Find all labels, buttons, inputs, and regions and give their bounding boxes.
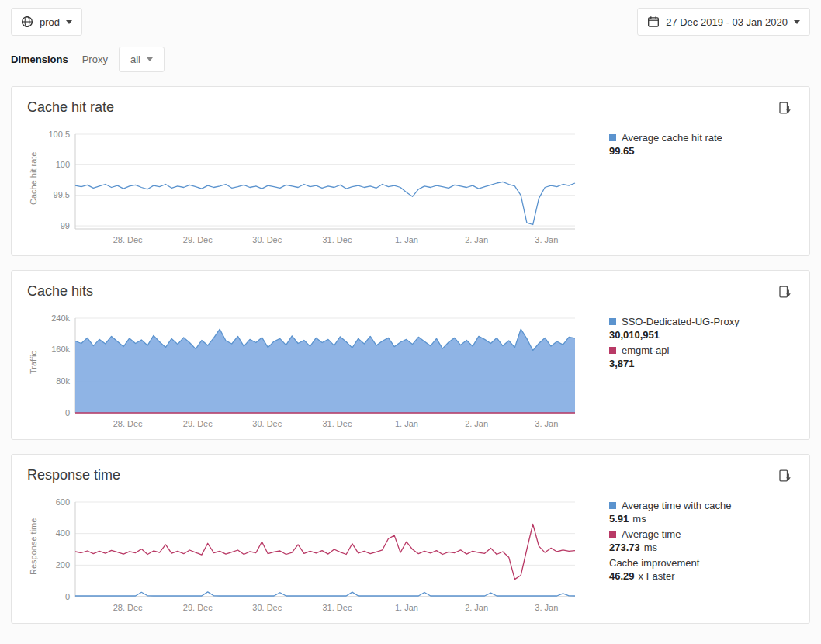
dimensions-label: Dimensions	[11, 54, 68, 65]
export-report-button[interactable]	[776, 467, 794, 485]
legend-item: SSO-Dedicated-UG-Proxy30,010,951	[609, 315, 764, 341]
export-report-button[interactable]	[776, 283, 794, 301]
y-axis-title: Response time	[27, 499, 40, 594]
caret-down-icon	[794, 20, 800, 24]
chart-legend: SSO-Dedicated-UG-Proxy30,010,951emgmt-ap…	[609, 312, 764, 431]
legend-swatch	[609, 347, 616, 354]
svg-text:100.5: 100.5	[48, 130, 70, 139]
svg-text:1. Jan: 1. Jan	[395, 419, 418, 428]
legend-item: Cache improvement46.29x Faster	[609, 556, 764, 583]
globe-icon	[21, 16, 33, 28]
legend-item: emgmt-api3,871	[609, 344, 764, 370]
svg-text:0: 0	[65, 592, 70, 601]
cache-hits-chart[interactable]: 080k160k240k28. Dec29. Dec30. Dec31. Dec…	[40, 312, 583, 431]
legend-label: emgmt-api	[622, 344, 669, 357]
legend-label: Average time with cache	[622, 499, 731, 512]
svg-text:0: 0	[65, 408, 70, 417]
svg-text:28. Dec: 28. Dec	[113, 603, 143, 612]
response-time-card: Response time Response time 020040060028…	[11, 454, 810, 624]
svg-text:2. Jan: 2. Jan	[465, 419, 488, 428]
svg-text:29. Dec: 29. Dec	[183, 603, 213, 612]
svg-text:31. Dec: 31. Dec	[322, 603, 352, 612]
dimensions-bar: Dimensions Proxy all	[11, 47, 810, 72]
svg-text:80k: 80k	[56, 376, 70, 386]
cache-hits-card: Cache hits Traffic 080k160k240k28. Dec29…	[11, 270, 810, 440]
legend-label: Cache improvement	[609, 556, 699, 570]
legend-swatch	[609, 134, 616, 141]
y-axis-title: Cache hit rate	[27, 131, 40, 226]
svg-text:240k: 240k	[51, 313, 70, 323]
response-time-chart[interactable]: 020040060028. Dec29. Dec30. Dec31. Dec1.…	[40, 496, 583, 615]
svg-text:2. Jan: 2. Jan	[465, 235, 488, 244]
svg-text:3. Jan: 3. Jan	[535, 603, 558, 612]
legend-value: 30,010,951	[609, 328, 764, 341]
legend-label: SSO-Dedicated-UG-Proxy	[622, 315, 740, 328]
svg-text:30. Dec: 30. Dec	[252, 235, 282, 244]
legend-item: Average time with cache5.91ms	[609, 499, 764, 525]
legend-label: Average time	[622, 528, 681, 541]
svg-text:99: 99	[61, 221, 70, 230]
date-range-picker[interactable]: 27 Dec 2019 - 03 Jan 2020	[637, 8, 810, 36]
legend-swatch	[609, 502, 616, 509]
svg-text:28. Dec: 28. Dec	[113, 419, 143, 428]
svg-text:600: 600	[56, 497, 70, 507]
legend-swatch	[609, 531, 616, 538]
svg-text:31. Dec: 31. Dec	[322, 419, 352, 428]
svg-text:200: 200	[56, 560, 70, 570]
svg-text:160k: 160k	[51, 345, 70, 354]
card-title: Cache hit rate	[27, 99, 114, 116]
dimension-value-label: all	[130, 54, 140, 65]
chart-legend: Average time with cache5.91msAverage tim…	[609, 496, 764, 615]
legend-value: 46.29x Faster	[609, 570, 764, 583]
svg-text:3. Jan: 3. Jan	[535, 235, 558, 244]
legend-value: 99.65	[609, 144, 764, 158]
legend-value: 273.73ms	[609, 541, 764, 554]
svg-text:31. Dec: 31. Dec	[322, 235, 352, 244]
svg-text:29. Dec: 29. Dec	[183, 419, 213, 428]
cache-hit-rate-chart[interactable]: 9999.5100100.528. Dec29. Dec30. Dec31. D…	[40, 128, 583, 248]
legend-label: Average cache hit rate	[622, 131, 722, 144]
caret-down-icon	[66, 20, 72, 24]
card-title: Cache hits	[27, 283, 93, 299]
svg-text:30. Dec: 30. Dec	[252, 419, 282, 428]
export-report-icon	[778, 101, 792, 116]
legend-item: Average cache hit rate99.65	[609, 131, 764, 158]
y-axis-title: Traffic	[27, 315, 40, 410]
export-report-icon	[778, 469, 792, 483]
svg-text:2. Jan: 2. Jan	[465, 603, 488, 612]
legend-item: Average time273.73ms	[609, 528, 764, 554]
svg-text:28. Dec: 28. Dec	[113, 235, 143, 244]
svg-text:3. Jan: 3. Jan	[535, 419, 558, 428]
legend-swatch	[609, 318, 616, 325]
svg-text:29. Dec: 29. Dec	[183, 235, 213, 244]
chart-legend: Average cache hit rate99.65	[609, 128, 764, 248]
date-range-label: 27 Dec 2019 - 03 Jan 2020	[666, 16, 788, 28]
environment-selector[interactable]: prod	[11, 8, 82, 36]
card-title: Response time	[27, 467, 120, 483]
svg-text:1. Jan: 1. Jan	[395, 235, 418, 244]
dimension-value-dropdown[interactable]: all	[119, 47, 165, 72]
legend-value: 5.91ms	[609, 512, 764, 525]
svg-text:99.5: 99.5	[54, 190, 70, 199]
svg-text:1. Jan: 1. Jan	[395, 603, 418, 612]
dimension-name-label: Proxy	[82, 54, 108, 65]
caret-down-icon	[147, 57, 153, 61]
export-report-icon	[778, 285, 792, 299]
export-report-button[interactable]	[776, 99, 794, 117]
calendar-icon	[647, 16, 660, 28]
cache-hit-rate-card: Cache hit rate Cache hit rate 9999.51001…	[11, 86, 810, 256]
environment-label: prod	[40, 16, 60, 28]
legend-value: 3,871	[609, 357, 764, 370]
topbar: prod 27 Dec 2019 - 03 Jan 2020	[11, 8, 810, 36]
svg-text:30. Dec: 30. Dec	[252, 603, 282, 612]
svg-text:400: 400	[56, 528, 70, 538]
svg-text:100: 100	[56, 160, 70, 169]
cache-performance-page: prod 27 Dec 2019 - 03 Jan 2020 Dimension…	[0, 0, 821, 632]
